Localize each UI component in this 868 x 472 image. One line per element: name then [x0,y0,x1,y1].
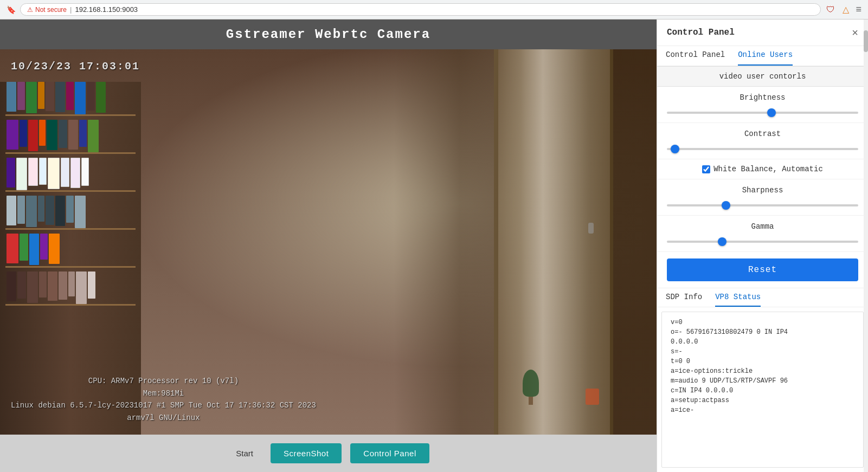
address-bar[interactable]: ⚠ Not secure | 192.168.1.150:9003 [20,3,821,16]
panel-scroll-area: video user contorls Brightness Contrast … [657,66,868,472]
gamma-label: Gamma [667,222,858,231]
contrast-control: Contrast [657,123,868,159]
cpu-info: CPU: ARMv7 Processor rev 10 (v7l) [11,375,316,387]
tab-online-users[interactable]: Online Users [738,50,793,66]
white-balance-label: White Balance, Automatic [713,165,823,173]
close-button[interactable]: × [852,27,858,38]
info-tabs: SDP Info VP8 Status [657,288,868,307]
contrast-label: Contrast [667,130,858,138]
orange-object [586,389,599,405]
security-warning: ⚠ Not secure [27,6,67,14]
sharpness-label: Sharpness [667,186,858,195]
bookmark-icon: 🔖 [7,5,16,14]
shelf-4 [5,228,136,230]
gamma-control: Gamma [657,216,868,252]
books-row-6 [7,271,138,304]
white-balance-checkbox[interactable] [702,165,710,173]
tab-vp8-status[interactable]: VP8 Status [715,293,761,307]
reset-button[interactable]: Reset [667,258,858,281]
page-title: Gstreamer Webrtc Camera [0,20,657,49]
books-row-5 [7,234,138,266]
books-row-3 [7,158,138,190]
browser-chrome: 🔖 ⚠ Not secure | 192.168.1.150:9003 🛡 △ … [0,0,868,20]
shelf-2 [5,152,136,154]
contrast-slider[interactable] [667,148,858,150]
control-panel-sidebar: Control Panel × Control Panel Online Use… [657,20,868,472]
alert-extension-icon[interactable]: △ [840,4,851,15]
browser-menu-icon[interactable]: ≡ [856,4,861,15]
camera-timestamp: 10/23/23 17:03:01 [11,60,140,73]
sdp-content-area: v=0 o=- 56791671310802479 0 IN IP4 0.0.0… [661,312,864,468]
panel-scrollbar[interactable] [864,20,868,472]
camera-feed: 10/23/23 17:03:01 CPU: ARMv7 Processor r… [0,49,657,435]
section-header-video-controls: video user contorls [657,66,868,87]
tab-control-panel[interactable]: Control Panel [666,50,725,66]
control-panel-button[interactable]: Control Panel [350,443,429,463]
arch-info: armv7l GNU/Linux [11,412,316,424]
doorframe-decoration [494,49,613,435]
tab-sdp-info[interactable]: SDP Info [666,293,702,307]
gamma-slider[interactable] [667,241,858,243]
shield-extension-icon[interactable]: 🛡 [825,4,836,15]
browser-actions: 🛡 △ ≡ [825,4,861,15]
panel-title: Control Panel [667,28,735,37]
main-content: Gstreamer Webrtc Camera [0,20,868,472]
panel-tabs: Control Panel Online Users [657,46,868,66]
camera-controls: Start ScreenShot Control Panel [0,435,657,472]
camera-system-info: CPU: ARMv7 Processor rev 10 (v7l) Mem:98… [11,375,316,424]
shelf-5 [5,266,136,268]
brightness-label: Brightness [667,93,858,102]
start-button[interactable]: Start [227,444,262,462]
plant-decoration [520,370,542,402]
books-row-1 [7,82,138,114]
sharpness-control: Sharpness [657,179,868,216]
brightness-slider[interactable] [667,112,858,114]
camera-section: Gstreamer Webrtc Camera [0,20,657,472]
sharpness-slider[interactable] [667,204,858,206]
white-balance-control: White Balance, Automatic [657,159,868,179]
door-handle [588,223,594,234]
panel-header: Control Panel × [657,20,868,46]
scrollbar-thumb[interactable] [864,30,868,52]
books-row-2 [7,120,138,152]
shelf-3 [5,190,136,192]
screenshot-button[interactable]: ScreenShot [271,443,342,463]
warning-icon: ⚠ [27,6,33,14]
shelf-6 [5,304,136,306]
mem-info: Mem:981Mi [11,387,316,399]
books-row-4 [7,196,138,228]
url-text: 192.168.1.150:9003 [75,5,138,14]
brightness-control: Brightness [657,87,868,123]
shelf-1 [5,114,136,116]
os-info: Linux debian 6.5.7-lcy-20231017 #1 SMP T… [11,399,316,411]
